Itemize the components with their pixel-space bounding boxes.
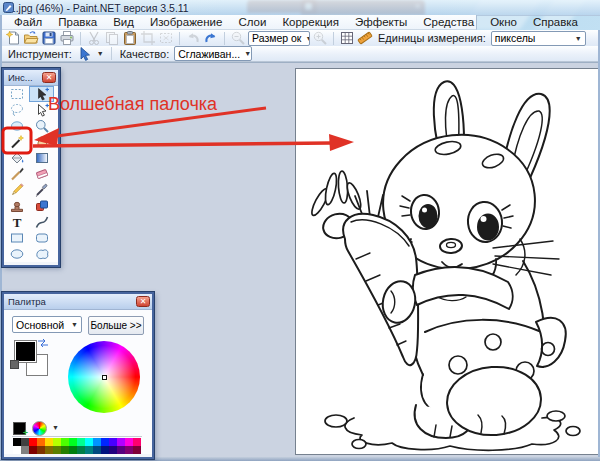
palette-more-button[interactable]: Больше >> (88, 316, 144, 335)
menu-item-layers[interactable]: Слои (230, 16, 274, 28)
palette-swatch[interactable] (21, 446, 29, 454)
close-icon[interactable]: ✕ (136, 296, 150, 307)
chevron-down-icon[interactable]: ▼ (52, 424, 59, 431)
palette-swatch[interactable] (117, 438, 125, 446)
save-icon[interactable] (41, 30, 57, 46)
tool-line-curve[interactable] (29, 214, 54, 230)
palette-swatch[interactable] (85, 446, 93, 454)
tool-zoom[interactable] (29, 118, 54, 134)
palette-swatch[interactable] (117, 446, 125, 454)
tool-ellipse-select[interactable] (4, 118, 29, 134)
tool-text[interactable]: T (4, 214, 29, 230)
palette-swatch[interactable] (77, 446, 85, 454)
palette-swatch[interactable] (45, 438, 53, 446)
swap-colors-icon[interactable] (37, 338, 49, 348)
menu-item-help[interactable]: Справка (525, 16, 586, 28)
palette-swatch[interactable] (21, 438, 29, 446)
palette-swatch[interactable] (37, 446, 45, 454)
tool-clone-stamp[interactable] (4, 198, 29, 214)
palette-swatch[interactable] (101, 438, 109, 446)
palette-swatch[interactable] (109, 446, 117, 454)
rabbit-coloring-drawing (296, 69, 598, 454)
tool-label: Инструмент: (8, 48, 72, 60)
palette-body: Основной▼ Больше >> + ▼ (4, 310, 152, 454)
add-swatch-icon[interactable]: + (13, 422, 26, 435)
tool-color-picker[interactable] (29, 182, 54, 198)
close-icon[interactable]: ✕ (42, 72, 56, 83)
tool-rounded-rectangle[interactable] (29, 230, 54, 246)
tool-paint-bucket[interactable] (4, 150, 29, 166)
redo-icon[interactable] (203, 30, 219, 46)
menu-item-utilities[interactable]: Средства (415, 16, 482, 28)
tool-rectangle-select[interactable] (4, 86, 29, 102)
tool-recolor[interactable] (29, 198, 54, 214)
palette-swatch[interactable] (53, 438, 61, 446)
crop-icon (140, 30, 156, 46)
paste-icon[interactable] (122, 30, 138, 46)
copy-icon (104, 30, 120, 46)
quality-combobox[interactable]: Сглаживан...▼ (174, 46, 252, 61)
palette-swatch[interactable] (77, 438, 85, 446)
chevron-down-icon[interactable]: ▼ (97, 50, 104, 57)
palette-swatch[interactable] (93, 446, 101, 454)
cut-icon (86, 30, 102, 46)
palette-swatch[interactable] (69, 446, 77, 454)
palette-manager-icon[interactable] (32, 421, 47, 436)
tool-pan[interactable] (29, 134, 54, 150)
palette-swatch[interactable] (61, 446, 69, 454)
menu-item-edit[interactable]: Правка (50, 16, 105, 28)
palette-swatch[interactable] (85, 438, 93, 446)
tool-magic-wand[interactable] (4, 134, 29, 150)
ruler-icon[interactable] (357, 30, 373, 46)
palette-swatch[interactable] (45, 446, 53, 454)
app-icon (3, 2, 14, 13)
tool-lasso-select[interactable] (4, 102, 29, 118)
tool-rectangle[interactable] (4, 230, 29, 246)
print-icon[interactable] (59, 30, 75, 46)
tool-freeform-shape[interactable] (29, 246, 54, 262)
units-value: пикселы (495, 32, 536, 44)
svg-text:T: T (12, 215, 21, 230)
new-file-icon[interactable] (5, 30, 21, 46)
zoom-size-combobox[interactable]: Размер ок▼ (248, 31, 310, 46)
menu-item-adjust[interactable]: Коррекция (274, 16, 347, 28)
palette-swatch[interactable] (93, 438, 101, 446)
tool-eraser[interactable] (29, 166, 54, 182)
units-combobox[interactable]: пикселы▼ (491, 31, 586, 46)
palette-swatch[interactable] (133, 438, 141, 446)
menu-item-view[interactable]: Вид (105, 16, 142, 28)
palette-swatch[interactable] (133, 446, 141, 454)
palette-swatch[interactable] (125, 446, 133, 454)
palette-swatch[interactable] (69, 438, 77, 446)
tool-gradient[interactable] (29, 150, 54, 166)
grid-icon[interactable] (339, 30, 355, 46)
menu-item-effects[interactable]: Эффекты (347, 16, 415, 28)
palette-swatch[interactable] (61, 438, 69, 446)
palette-swatch[interactable] (29, 446, 37, 454)
palette-swatch[interactable] (53, 446, 61, 454)
tool-ellipse[interactable] (4, 246, 29, 262)
tool-pencil[interactable] (4, 182, 29, 198)
palette-swatch[interactable] (125, 438, 133, 446)
color-mode-toggle-icon[interactable] (10, 360, 19, 369)
image-canvas[interactable] (295, 68, 599, 455)
palette-swatch[interactable] (37, 438, 45, 446)
tool-move-selected-pixels[interactable] (29, 86, 54, 102)
palette-swatch[interactable] (13, 446, 21, 454)
menu-item-image[interactable]: Изображение (142, 16, 230, 28)
palette-mode-combobox[interactable]: Основной▼ (12, 316, 82, 333)
palette-swatch[interactable] (101, 446, 109, 454)
palette-swatch[interactable] (29, 438, 37, 446)
palette-swatch[interactable] (13, 438, 21, 446)
open-file-icon[interactable] (23, 30, 39, 46)
tools-window-titlebar[interactable]: Инс... ✕ (4, 70, 58, 86)
main-toolbar: Размер ок▼ Единицы измерения: пикселы▼ (0, 30, 600, 46)
tools-window: Инс... ✕ T (2, 68, 60, 267)
palette-window-titlebar[interactable]: Палитра ✕ (4, 294, 152, 310)
current-tool-icon[interactable] (77, 46, 93, 62)
tool-move-selection[interactable] (29, 102, 54, 118)
palette-swatch[interactable] (109, 438, 117, 446)
menu-item-file[interactable]: Файл (6, 16, 50, 28)
menu-item-window[interactable]: Окно (482, 16, 525, 28)
tool-paintbrush[interactable] (4, 166, 29, 182)
